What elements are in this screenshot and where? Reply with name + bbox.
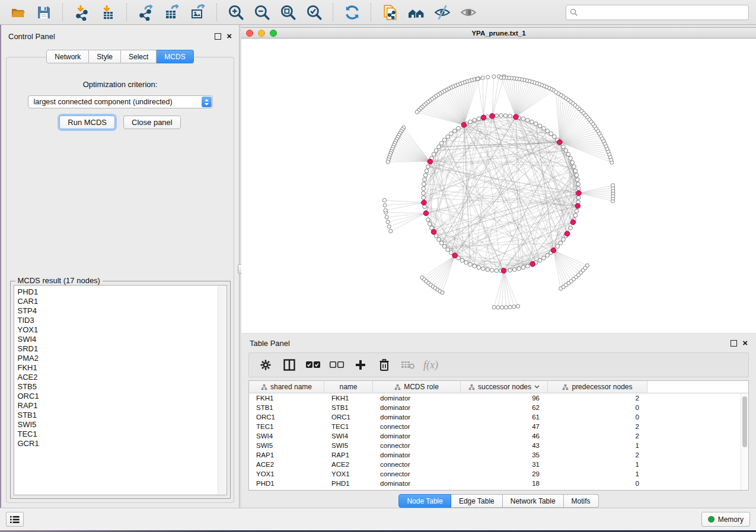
network-leaf-node[interactable] xyxy=(481,76,484,79)
save-session-icon[interactable] xyxy=(32,2,56,23)
network-hub-node[interactable] xyxy=(461,123,467,128)
apply-layout-icon[interactable] xyxy=(340,2,364,23)
import-table-icon[interactable] xyxy=(96,2,120,23)
tab-network[interactable]: Network xyxy=(46,50,89,63)
float-table-panel-icon[interactable] xyxy=(731,340,737,347)
first-neighbors-icon[interactable] xyxy=(404,2,428,23)
network-node[interactable] xyxy=(437,145,441,149)
network-hub-node[interactable] xyxy=(570,220,576,225)
network-node[interactable] xyxy=(538,124,542,128)
table-options-icon[interactable] xyxy=(255,356,276,374)
network-leaf-node[interactable] xyxy=(508,305,512,309)
network-node[interactable] xyxy=(575,209,579,213)
network-leaf-node[interactable] xyxy=(476,77,480,81)
table-row[interactable]: ACE2ACE2connector311 xyxy=(249,460,748,469)
network-node[interactable] xyxy=(422,196,426,200)
network-leaf-node[interactable] xyxy=(387,225,391,228)
network-node[interactable] xyxy=(499,114,503,118)
network-node[interactable] xyxy=(426,165,430,169)
network-node[interactable] xyxy=(564,149,568,153)
close-table-panel-icon[interactable]: × xyxy=(742,340,748,346)
network-node[interactable] xyxy=(477,265,481,270)
task-history-button[interactable] xyxy=(6,512,24,527)
network-node[interactable] xyxy=(486,268,490,272)
network-hub-node[interactable] xyxy=(513,114,519,120)
network-node[interactable] xyxy=(439,141,444,145)
network-node[interactable] xyxy=(517,267,521,271)
network-node[interactable] xyxy=(464,261,468,265)
memory-button[interactable]: Memory xyxy=(701,512,750,527)
network-hub-node[interactable] xyxy=(564,231,570,236)
delete-column-icon[interactable] xyxy=(374,356,395,374)
mcds-result-item[interactable]: TID3 xyxy=(18,316,227,325)
add-column-icon[interactable] xyxy=(350,356,371,374)
network-node[interactable] xyxy=(526,118,530,123)
zoom-in-icon[interactable] xyxy=(224,2,248,23)
network-hub-node[interactable] xyxy=(551,248,556,253)
network-node[interactable] xyxy=(442,138,446,142)
network-node[interactable] xyxy=(542,256,546,260)
mcds-result-item[interactable]: PHD1 xyxy=(18,287,227,297)
network-graph[interactable] xyxy=(241,39,756,333)
network-leaf-node[interactable] xyxy=(384,209,387,212)
table-tab-node-table[interactable]: Node Table xyxy=(398,494,451,508)
mcds-result-item[interactable]: STP4 xyxy=(18,306,227,316)
network-node[interactable] xyxy=(449,132,453,136)
network-node[interactable] xyxy=(503,114,508,118)
network-leaf-node[interactable] xyxy=(382,198,386,202)
birds-eye-view-icon[interactable] xyxy=(457,2,480,23)
table-tab-edge-table[interactable]: Edge Table xyxy=(451,494,503,508)
network-hub-node[interactable] xyxy=(422,200,427,206)
network-node[interactable] xyxy=(553,134,557,139)
network-leaf-node[interactable] xyxy=(492,306,496,309)
network-node[interactable] xyxy=(432,152,436,156)
network-node[interactable] xyxy=(495,114,499,118)
criterion-select[interactable]: largest connected component (undirected) xyxy=(28,95,213,108)
run-mcds-button[interactable]: Run MCDS xyxy=(59,116,115,129)
column-header-mcds-role[interactable]: MCDS role xyxy=(373,381,461,393)
network-node[interactable] xyxy=(460,258,464,262)
network-node[interactable] xyxy=(546,254,550,258)
network-node[interactable] xyxy=(570,161,575,165)
network-node[interactable] xyxy=(538,258,542,262)
network-leaf-node[interactable] xyxy=(386,160,390,164)
network-node[interactable] xyxy=(468,120,473,124)
mcds-result-item[interactable]: TEC1 xyxy=(18,430,227,439)
network-leaf-node[interactable] xyxy=(512,305,516,309)
table-row[interactable]: TEC1TEC1connector472 xyxy=(249,422,748,431)
table-row[interactable]: SWI4SWI4dominator462 xyxy=(249,431,748,441)
network-hub-node[interactable] xyxy=(576,191,582,196)
network-node[interactable] xyxy=(542,126,546,130)
network-node[interactable] xyxy=(569,226,573,230)
mcds-result-item[interactable]: STB1 xyxy=(18,411,227,420)
network-leaf-node[interactable] xyxy=(516,305,519,308)
table-row[interactable]: PHD1PHD1dominator180 xyxy=(249,479,748,488)
table-row[interactable]: ORC1ORC1dominator610 xyxy=(249,412,748,422)
network-leaf-node[interactable] xyxy=(504,306,508,309)
network-node[interactable] xyxy=(422,182,426,186)
network-leaf-node[interactable] xyxy=(496,306,500,309)
zoom-fit-icon[interactable] xyxy=(276,2,300,23)
search-input[interactable] xyxy=(581,7,745,18)
select-all-icon[interactable] xyxy=(302,356,324,374)
mcds-result-item[interactable]: SWI5 xyxy=(18,420,227,430)
mcds-result-item[interactable]: RAP1 xyxy=(18,401,227,411)
network-canvas[interactable] xyxy=(241,39,756,333)
network-node[interactable] xyxy=(426,218,430,222)
network-hub-node[interactable] xyxy=(452,253,458,258)
zoom-selected-icon[interactable] xyxy=(302,2,326,23)
column-header-predecessor-nodes[interactable]: predecessor nodes xyxy=(548,381,647,393)
network-leaf-node[interactable] xyxy=(585,264,589,267)
network-hub-node[interactable] xyxy=(431,229,436,235)
network-leaf-node[interactable] xyxy=(492,75,496,78)
table-row[interactable]: SWI5SWI5connector431 xyxy=(249,441,748,450)
column-header-successor-nodes[interactable]: successor nodes xyxy=(461,381,548,393)
network-node[interactable] xyxy=(573,213,578,217)
network-hub-node[interactable] xyxy=(530,261,535,267)
export-table-icon[interactable] xyxy=(160,2,184,23)
hide-graphics-details-icon[interactable] xyxy=(430,2,454,23)
network-node[interactable] xyxy=(573,169,578,173)
network-node[interactable] xyxy=(422,191,426,196)
network-node[interactable] xyxy=(446,134,450,139)
mcds-result-item[interactable]: YOX1 xyxy=(18,325,227,335)
